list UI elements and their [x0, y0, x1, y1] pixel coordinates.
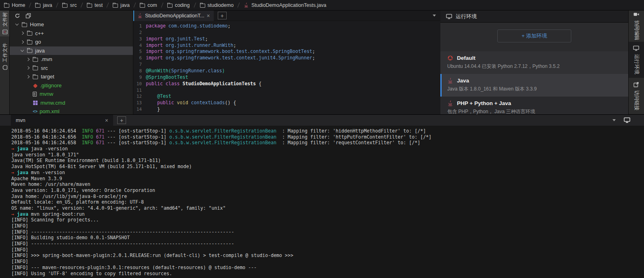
terminal-dropdown-icon[interactable]: [612, 119, 616, 121]
folder-icon: [33, 75, 38, 79]
file-explorer: Home c++ go: [10, 11, 133, 114]
tree-item[interactable]: .gitignore: [10, 81, 133, 90]
terminal-line: 2018-05-16 04:16:24.658 INFO 671 --- [os…: [11, 140, 644, 146]
code-text: @RunWith(SpringRunner.class): [146, 68, 225, 74]
line-number: 10: [133, 81, 142, 87]
code-line: 4 import org.junit.runner.RunWith;: [133, 42, 440, 49]
new-terminal-button[interactable]: [117, 116, 126, 124]
chevron-icon[interactable]: [21, 40, 24, 44]
tree-item[interactable]: mvnw.cmd: [10, 99, 133, 107]
breadcrumb-item[interactable]: test: [79, 0, 105, 10]
tree-item[interactable]: target: [10, 72, 133, 81]
code-line: 7: [133, 61, 440, 68]
terminal-line: 2018-05-16 04:16:24.654 INFO 671 --- [os…: [11, 128, 644, 134]
chevron-icon[interactable]: [21, 32, 24, 35]
editor-tab[interactable]: StudioDemoApplicationT...: [133, 11, 214, 21]
code-text: @SpringBootTest: [146, 74, 188, 81]
tree-item[interactable]: pom.xml: [10, 107, 133, 114]
code-line: 12 @Test: [133, 93, 440, 100]
code-line: 11: [133, 87, 440, 94]
breadcrumb-bar: Home java src test java com: [0, 0, 644, 11]
editor-tab-title: StudioDemoApplicationT...: [145, 13, 204, 19]
folder-icon: [27, 40, 32, 44]
run-environment-panel: 运行环境 + 添加环境 Default Ubuntu 14.04.4 已安装 P…: [440, 11, 629, 114]
environment-item[interactable]: Default Ubuntu 14.04.4 已安装 Python 2.7.12…: [440, 51, 628, 74]
chevron-icon[interactable]: [21, 48, 24, 52]
terminal-monitor-icon[interactable]: [624, 117, 630, 123]
panel-header: 运行环境: [440, 11, 628, 23]
ubuntu-icon: [447, 55, 453, 61]
code-line: 6 import org.springframework.test.contex…: [133, 55, 440, 61]
activity-tab[interactable]: 运行环境: [629, 42, 644, 78]
environment-description: Java 版本 1.8.0_161 和 Maven 版本 3.3.9: [447, 86, 623, 93]
terminal-line: [INFO]: [11, 259, 644, 265]
tree-item-label: target: [41, 74, 54, 80]
breadcrumb-label: java: [120, 2, 130, 8]
tree-item[interactable]: go: [10, 38, 133, 46]
activity-tab[interactable]: 文件树: [0, 11, 9, 36]
breadcrumb-item[interactable]: StudioDemoApplicationTests.java: [236, 0, 329, 10]
file-tree-icon: [2, 29, 8, 35]
breadcrumb-item[interactable]: java: [27, 0, 55, 10]
activity-tab-label: 文件树: [1, 12, 8, 27]
environment-item[interactable]: Java Java 版本 1.8.0_161 和 Maven 版本 3.3.9: [440, 74, 628, 97]
line-number: 4: [133, 42, 142, 49]
new-tab-button[interactable]: [218, 12, 227, 19]
tree-item-label: c++: [35, 30, 44, 36]
chevron-icon[interactable]: [26, 66, 29, 70]
folder-icon: [27, 49, 32, 53]
breadcrumb-item[interactable]: coding: [160, 0, 192, 10]
code-line: 5 import org.springframework.boot.test.c…: [133, 48, 440, 55]
terminal-tab[interactable]: mvn: [11, 115, 113, 126]
code-text: import org.junit.Test;: [146, 36, 208, 42]
left-activity-bar: 文件树 工作文件: [0, 11, 10, 114]
activity-tab[interactable]: 访问链接: [629, 78, 644, 114]
code-line: 14 }: [133, 106, 440, 113]
terminal-output[interactable]: 2018-05-16 04:16:24.654 INFO 671 --- [os…: [0, 126, 644, 278]
terminal-line: [INFO] --- maven-resources-plugin:3.0.1:…: [11, 265, 644, 271]
activity-tab[interactable]: 协同编辑: [629, 11, 644, 42]
chevron-icon[interactable]: [26, 58, 29, 61]
breadcrumb-item[interactable]: studiodemo: [192, 0, 236, 10]
environment-name: PHP + Python + Java: [457, 100, 511, 106]
code-area[interactable]: 1 package com.coding.studiodemo; 2 3 imp…: [133, 21, 440, 113]
breadcrumb-label: java: [43, 2, 52, 8]
tree-item-label: .mvn: [41, 56, 52, 62]
breadcrumb-separator-icon: [194, 2, 196, 7]
line-number: 3: [133, 36, 142, 42]
collaboration-icon: [633, 12, 640, 17]
folder-icon: [22, 23, 27, 27]
terminal-tab-title: mvn: [16, 118, 25, 123]
terminal-line: Java version: 1.8.0_171, vendor: Oracle …: [11, 187, 644, 194]
tree-item[interactable]: java: [10, 46, 133, 55]
refresh-icon[interactable]: [15, 13, 20, 19]
chevron-icon[interactable]: [15, 22, 19, 25]
activity-tab[interactable]: 工作文件: [0, 36, 9, 77]
tree-item[interactable]: src: [10, 64, 133, 73]
tree-item[interactable]: mvnw: [10, 90, 133, 99]
close-icon[interactable]: [105, 118, 108, 123]
add-environment-button[interactable]: + 添加环境: [497, 29, 571, 42]
main-area: 文件树 工作文件 Home: [0, 11, 644, 114]
code-line: 3 import org.junit.Test;: [133, 36, 440, 42]
line-number: 9: [133, 74, 142, 81]
close-icon[interactable]: [207, 13, 210, 19]
monitor-icon: [633, 46, 640, 51]
git-file-icon: [33, 84, 38, 88]
tree-item[interactable]: Home: [10, 20, 133, 29]
terminal-line: Java HotSpot(TM) 64-Bit Server VM (build…: [11, 164, 644, 170]
chevron-icon[interactable]: [26, 75, 29, 78]
collapse-all-icon[interactable]: [25, 13, 31, 19]
breadcrumb-item[interactable]: Home: [2, 0, 27, 10]
activity-tab-label: 运行环境: [633, 54, 640, 74]
tabs-dropdown-icon[interactable]: [433, 15, 436, 17]
environment-item[interactable]: PHP + Python + Java 包含 PHP，Python， Java …: [440, 97, 628, 114]
tree-item[interactable]: .mvn: [10, 55, 133, 64]
folder-icon: [87, 4, 92, 8]
breadcrumb-item[interactable]: com: [132, 0, 160, 10]
tree-item-label: mvnw: [40, 91, 53, 97]
breadcrumb-item[interactable]: src: [55, 0, 79, 10]
tree-item-label: java: [35, 48, 45, 54]
tree-item[interactable]: c++: [10, 29, 133, 38]
breadcrumb-item[interactable]: java: [105, 0, 132, 10]
